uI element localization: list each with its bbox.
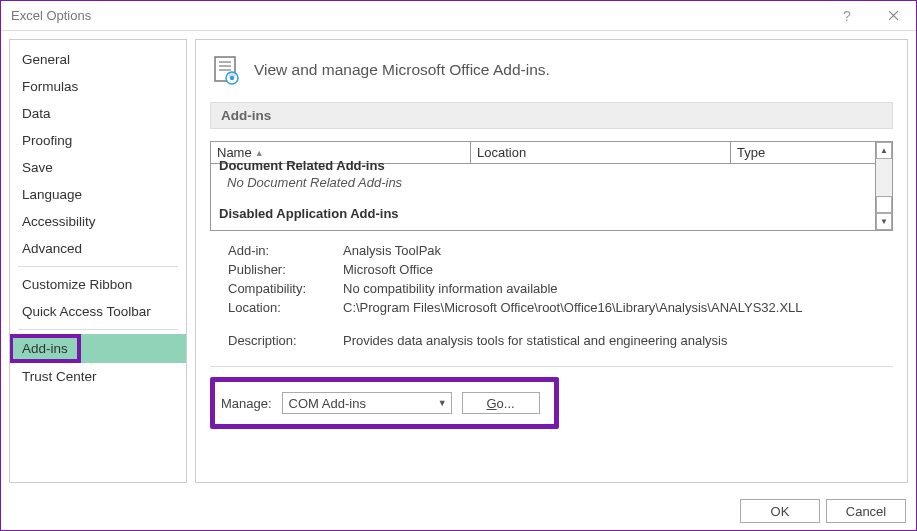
highlight-marker-manage: Manage: COM Add-ins ▼ Go...: [210, 377, 559, 429]
sidebar-item-save[interactable]: Save: [10, 154, 186, 181]
scroll-down-icon[interactable]: ▼: [876, 213, 892, 230]
label-publisher: Publisher:: [228, 262, 343, 277]
main-panel: View and manage Microsoft Office Add-ins…: [195, 39, 908, 483]
group-document-related: Document Related Add-ins: [219, 158, 867, 173]
manage-select-value: COM Add-ins: [289, 396, 366, 411]
go-accel: G: [486, 396, 496, 411]
sidebar: General Formulas Data Proofing Save Lang…: [9, 39, 187, 483]
scroll-up-icon[interactable]: ▲: [876, 142, 892, 159]
label-compat: Compatibility:: [228, 281, 343, 296]
value-location: C:\Program Files\Microsoft Office\root\O…: [343, 300, 889, 315]
page-heading: View and manage Microsoft Office Add-ins…: [210, 54, 893, 86]
section-header-addins: Add-ins: [210, 102, 893, 129]
sidebar-item-accessibility[interactable]: Accessibility: [10, 208, 186, 235]
value-publisher: Microsoft Office: [343, 262, 889, 277]
sidebar-item-proofing[interactable]: Proofing: [10, 127, 186, 154]
ok-button[interactable]: OK: [740, 499, 820, 523]
divider: [210, 366, 893, 367]
manage-row: Manage: COM Add-ins ▼ Go...: [210, 377, 893, 429]
addin-details: Add-in: Analysis ToolPak Publisher: Micr…: [228, 241, 889, 350]
addins-table: Name ▲ Location Type Document Related Ad…: [210, 141, 893, 231]
go-button[interactable]: Go...: [462, 392, 540, 414]
help-button[interactable]: ?: [824, 1, 870, 31]
sidebar-item-quick-access-toolbar[interactable]: Quick Access Toolbar: [10, 298, 186, 325]
sidebar-item-data[interactable]: Data: [10, 100, 186, 127]
cancel-button[interactable]: Cancel: [826, 499, 906, 523]
sidebar-item-formulas[interactable]: Formulas: [10, 73, 186, 100]
group-empty-row: No Document Related Add-ins: [219, 173, 867, 192]
dialog-footer: OK Cancel: [1, 491, 916, 531]
value-addin: Analysis ToolPak: [343, 243, 889, 258]
go-rest: o...: [497, 396, 515, 411]
scrollbar[interactable]: ▲ ▼: [875, 142, 892, 230]
sidebar-item-language[interactable]: Language: [10, 181, 186, 208]
heading-text: View and manage Microsoft Office Add-ins…: [254, 61, 550, 79]
highlight-marker: Add-ins: [9, 334, 81, 363]
sidebar-item-general[interactable]: General: [10, 46, 186, 73]
value-description: Provides data analysis tools for statist…: [343, 333, 889, 348]
sidebar-item-add-ins[interactable]: Add-ins: [10, 334, 186, 363]
sort-asc-icon: ▲: [255, 148, 264, 158]
addins-icon: [210, 54, 242, 86]
window-title: Excel Options: [11, 8, 824, 23]
manage-label: Manage:: [221, 396, 272, 411]
label-description: Description:: [228, 333, 343, 348]
label-addin: Add-in:: [228, 243, 343, 258]
sidebar-divider: [18, 329, 178, 330]
sidebar-item-customize-ribbon[interactable]: Customize Ribbon: [10, 271, 186, 298]
titlebar: Excel Options ?: [1, 1, 916, 31]
sidebar-item-trust-center[interactable]: Trust Center: [10, 363, 186, 390]
close-icon: [888, 10, 899, 21]
manage-select[interactable]: COM Add-ins ▼: [282, 392, 452, 414]
chevron-down-icon: ▼: [438, 398, 447, 408]
label-location: Location:: [228, 300, 343, 315]
group-disabled: Disabled Application Add-ins: [219, 206, 867, 221]
sidebar-item-advanced[interactable]: Advanced: [10, 235, 186, 262]
scroll-thumb[interactable]: [876, 196, 892, 213]
close-button[interactable]: [870, 1, 916, 31]
value-compat: No compatibility information available: [343, 281, 889, 296]
sidebar-divider: [18, 266, 178, 267]
